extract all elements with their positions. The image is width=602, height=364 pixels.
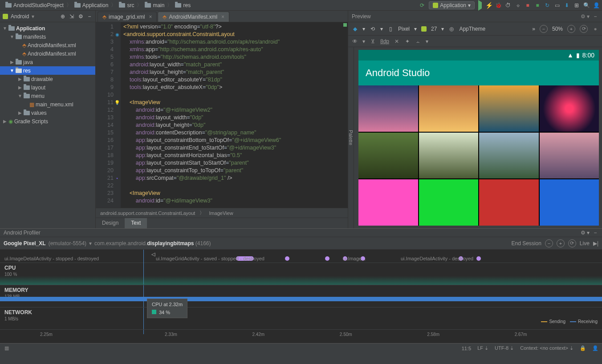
tree-node-layout[interactable]: ▶layout — [0, 83, 95, 92]
editor-tab[interactable]: ⬘image_grid.xml× — [98, 12, 157, 22]
zoom-fit-button[interactable]: ⟳ — [580, 25, 588, 33]
dp-value[interactable]: 8dp — [380, 38, 389, 44]
breadcrumb-item[interactable]: src — [127, 2, 134, 8]
clear-constraints-icon[interactable]: ✕ — [394, 38, 400, 44]
lock-icon[interactable]: 🔒 — [580, 345, 586, 351]
file-encoding[interactable]: UTF-8 ⇣ — [495, 345, 514, 351]
search-icon[interactable]: 🔍 — [583, 2, 590, 8]
orientation-icon[interactable]: ⟲ — [370, 26, 376, 32]
warnings-icon[interactable]: ● — [592, 26, 598, 32]
design-surface-icon[interactable]: ◆ — [352, 26, 358, 32]
device-selector[interactable]: Pixel — [398, 26, 410, 32]
inspector-icon[interactable]: 👤 — [592, 345, 598, 351]
sync-gradle-icon[interactable]: ↻ — [544, 2, 550, 8]
device-icon[interactable]: ▯ — [387, 26, 394, 32]
tool-window-icon[interactable]: ▥ — [4, 345, 10, 351]
breadcrumb-item[interactable]: main — [153, 2, 164, 8]
live-button[interactable]: Live — [580, 240, 590, 247]
user-avatar-icon[interactable]: 👤 — [593, 2, 599, 8]
tree-node-menu[interactable]: ▼menu — [0, 92, 95, 100]
editor-breadcrumb[interactable]: android.support.constraint.ConstraintLay… — [96, 208, 348, 218]
target-icon[interactable]: ⊕ — [60, 13, 66, 20]
device-name[interactable]: Google Pixel_XL — [4, 240, 46, 247]
collapse-icon[interactable]: ⇲ — [69, 13, 75, 20]
context-selector[interactable]: Context: <no context> ⇣ — [520, 345, 574, 351]
zoom-out-button[interactable]: − — [540, 25, 548, 33]
project-tree[interactable]: ▼Application ▼manifests ⬘AndroidManifest… — [0, 22, 95, 228]
network-scale: 1 MB/s — [4, 316, 18, 321]
process-name[interactable]: com.example.android.displayingbitmaps (4… — [94, 240, 211, 247]
gear-icon[interactable]: ⚙ ▾ — [581, 13, 590, 20]
network-row[interactable]: NETWORK 1 MB/s — [0, 307, 138, 330]
preview-toolbar: ◆▾ ⟲▾ ▯Pixel▾ 27▾ ◎AppTheme » − 50% + ⟳ … — [348, 22, 602, 36]
gutter[interactable]: 123456789101112131415161718192021222324◉… — [96, 22, 121, 208]
apply-changes-icon[interactable]: ⚡ — [485, 2, 492, 9]
structure-icon[interactable]: ⊞ — [574, 2, 580, 8]
back-icon[interactable]: ◁ — [151, 251, 155, 257]
breadcrumb-node[interactable]: ImageView — [209, 210, 233, 216]
design-surface[interactable]: ▲ ▮ 8:00 Android Studio — [354, 47, 602, 228]
memory-row[interactable]: MEMORY 128 MB — [0, 285, 138, 307]
go-live-icon[interactable]: ▶| — [593, 240, 598, 247]
line-separator[interactable]: LF ⇣ — [477, 345, 488, 351]
run-config-selector[interactable]: Application ▾ — [429, 1, 475, 9]
breadcrumb-item[interactable]: res — [183, 2, 191, 8]
breadcrumb-node[interactable]: android.support.constraint.ConstraintLay… — [100, 210, 195, 216]
tree-node-manifests[interactable]: ▼manifests — [0, 32, 95, 41]
cpu-row[interactable]: CPU 100 % — [0, 263, 138, 285]
tree-node-drawable[interactable]: ▶drawable — [0, 75, 95, 83]
text-tab[interactable]: Text — [125, 218, 147, 228]
hide-icon[interactable]: − — [592, 13, 598, 20]
close-icon[interactable]: × — [149, 14, 152, 20]
tree-node-manifest-file[interactable]: ⬘AndroidManifest.xml — [0, 49, 95, 58]
zoom-reset-button[interactable]: ⟳ — [568, 239, 576, 247]
more-icon[interactable]: » — [532, 26, 535, 32]
breadcrumb-item[interactable]: AndroidStudioProject — [13, 2, 64, 8]
gear-icon[interactable]: ⚙ — [77, 13, 84, 20]
gear-icon[interactable]: ⚙ ▾ — [581, 230, 590, 236]
cursor-position[interactable]: 11:5 — [462, 346, 471, 351]
hide-icon[interactable]: − — [592, 230, 598, 236]
sdk-manager-icon[interactable]: ⬇ — [564, 2, 570, 8]
run-button[interactable] — [478, 2, 482, 8]
theme-icon[interactable]: ◎ — [448, 26, 455, 32]
code-content[interactable]: <?xml version="1.0" encoding="utf-8"?><a… — [121, 22, 348, 208]
chevron-down-icon[interactable]: ▾ — [89, 240, 92, 247]
breadcrumb[interactable]: AndroidStudioProject 〉 Application 〉 src… — [3, 1, 193, 9]
debug-icon[interactable]: 🐞 — [495, 2, 501, 8]
tree-node-file[interactable]: ▦main_menu.xml — [0, 100, 95, 109]
palette-tab[interactable]: Palette — [348, 47, 354, 228]
stop-icon[interactable]: ■ — [525, 2, 531, 8]
avd-manager-icon[interactable]: ▭ — [554, 2, 560, 8]
api-selector[interactable]: 27 — [431, 26, 437, 32]
profiler-chart[interactable]: ui.ImageDetailActivity - stopped - destr… — [0, 250, 602, 343]
sync-icon[interactable]: ⟳ — [419, 2, 425, 8]
theme-selector[interactable]: AppTheme — [459, 26, 485, 32]
align-icon[interactable]: ⫠ — [415, 38, 421, 44]
end-session-button[interactable]: End Session — [511, 240, 541, 247]
tree-node-values[interactable]: ▶values — [0, 109, 95, 117]
tree-node-java[interactable]: ▶java — [0, 58, 95, 66]
network-legend: Sending Receiving — [541, 319, 598, 324]
tree-node-application[interactable]: ▼Application — [0, 24, 95, 32]
profile-icon[interactable]: ⏱ — [505, 2, 511, 8]
zoom-in-button[interactable]: + — [557, 239, 565, 247]
design-tab[interactable]: Design — [96, 218, 125, 228]
infer-constraints-icon[interactable]: ✦ — [404, 38, 411, 44]
magnet-icon[interactable]: ⊻ — [370, 38, 376, 44]
close-icon[interactable]: × — [221, 14, 224, 20]
inspection-indicator-icon[interactable] — [343, 23, 347, 27]
editor-tab-active[interactable]: ⬘AndroidManifest.xml× — [158, 12, 229, 22]
hide-icon[interactable]: − — [86, 13, 93, 20]
code-editor[interactable]: 123456789101112131415161718192021222324◉… — [96, 22, 348, 208]
eye-icon[interactable]: 👁 — [352, 38, 358, 44]
tree-node-manifest-file[interactable]: ⬘AndroidManifest.xml — [0, 41, 95, 49]
tree-node-gradle[interactable]: ▶◉Gradle Scripts — [0, 117, 95, 125]
project-view-selector[interactable]: Android — [11, 13, 29, 20]
breadcrumb-item[interactable]: Application — [82, 2, 109, 8]
zoom-out-button[interactable]: − — [545, 239, 553, 247]
zoom-in-button[interactable]: + — [567, 25, 575, 33]
tree-node-res[interactable]: ▼res — [0, 66, 95, 75]
attach-debugger-icon[interactable]: ⟐ — [515, 2, 521, 8]
stop-icon[interactable]: ■ — [534, 2, 541, 8]
